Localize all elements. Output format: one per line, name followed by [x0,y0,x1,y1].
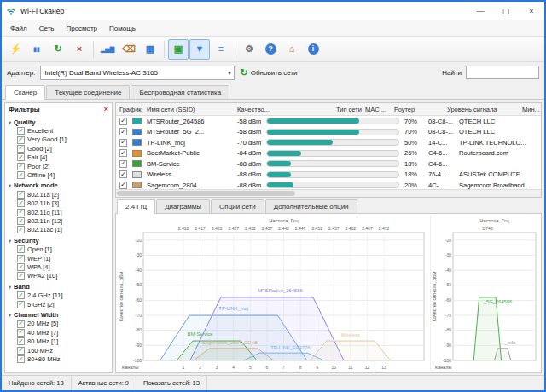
refresh-networks-button[interactable]: ↻ Обновить сети [240,68,297,78]
networks-button[interactable]: ▣ [168,39,189,60]
close-filter-icon[interactable]: × [104,106,108,113]
checkbox-icon[interactable]: ✓ [17,226,25,233]
refresh-button[interactable]: ↻ [48,39,68,60]
delete-button[interactable]: × [69,39,90,60]
scrollbar-thumb[interactable] [117,191,295,196]
adapter-select[interactable]: Intel(R) Dual Band Wireless-AC 3165 ▾ [40,66,235,80]
menu-item-help[interactable]: Помощь [103,23,142,34]
report-button[interactable]: ▦ [140,39,160,60]
checkbox-icon[interactable]: ✓ [17,171,25,179]
checkbox-icon[interactable]: ✓ [17,263,25,271]
filter-item-quality[interactable]: ✓Poor [2] [7,162,110,170]
filter-group-band[interactable]: ▾Band [7,280,110,291]
filter-item-network-mode[interactable]: ✓802.11ac [1] [7,226,110,234]
filter-item-band[interactable]: ✓2.4 GHz [11] [7,291,110,300]
filter-item-quality[interactable]: ✓Good [2] [7,144,110,153]
row-checkbox[interactable]: ✓ [119,149,127,157]
close-button[interactable]: × [519,2,544,20]
chart-tab-additional-options[interactable]: Дополнительные опции [265,199,357,213]
filter-item-channel-width[interactable]: ✓80 MHz [1] [7,337,110,346]
filter-item-quality[interactable]: ✓Fair [4] [7,153,110,162]
checkbox-icon[interactable]: ✓ [17,320,25,328]
row-checkbox[interactable]: ✓ [119,170,127,178]
tab-wireless-statistics[interactable]: Беспроводная статистика [131,85,229,99]
column-header[interactable]: График [119,106,142,113]
row-checkbox[interactable]: ✓ [119,128,127,135]
checkbox-icon[interactable]: ✓ [17,355,25,363]
checkbox-icon[interactable]: ✓ [17,191,25,199]
checkbox-icon[interactable]: ✓ [17,127,25,135]
chart-tab-band-2-4ghz[interactable]: 2.4 Ггц [117,199,155,214]
checkbox-icon[interactable]: ✓ [17,337,25,345]
tab-scanner[interactable]: Сканер [5,85,45,100]
filter-item-network-mode[interactable]: ✓802.11b [3] [7,199,110,208]
checkbox-icon[interactable]: ✓ [17,272,25,280]
chart-tab-network-options[interactable]: Опции сети [211,199,264,213]
checkbox-icon[interactable]: ✓ [17,136,25,144]
table-row[interactable]: ✓Wireless-88 dBm18%76-4...ASUSTek COMPUT… [116,170,541,181]
filter-item-channel-width[interactable]: ✓160 MHz [7,346,110,355]
home-button[interactable]: ⌂ [282,39,302,60]
menu-item-network[interactable]: Сеть [33,23,61,34]
horizontal-scrollbar[interactable] [116,189,541,197]
column-header[interactable]: Тип сети [336,106,362,113]
checkbox-icon[interactable]: ✓ [17,347,25,355]
checkbox-icon[interactable]: ✓ [17,199,25,207]
row-checkbox[interactable]: ✓ [119,118,127,125]
row-checkbox[interactable]: ✓ [119,182,127,189]
minimize-button[interactable]: — [468,2,493,20]
settings-button[interactable]: ⚙ [239,39,259,60]
chart-button[interactable]: ▂▅▇ [97,39,118,60]
filter-button[interactable]: ▼ [189,39,210,60]
maximize-button[interactable]: ▢ [493,2,519,20]
help-button[interactable]: ? [260,39,281,60]
filter-item-security[interactable]: ✓WEP [1] [7,254,110,262]
checkbox-icon[interactable]: ✓ [17,329,25,337]
table-row[interactable]: ✓BM-Service-88 dBm18%C4-6... [116,159,541,170]
menu-item-file[interactable]: Файл [4,23,33,34]
column-header[interactable]: Уровень сигнала [447,106,497,113]
row-checkbox[interactable]: ✓ [119,139,127,147]
checkbox-icon[interactable]: ✓ [17,145,25,153]
search-input[interactable] [466,66,539,79]
filter-item-quality[interactable]: ✓Offline [4] [7,170,110,179]
filter-group-channel-width[interactable]: ▾Channel Width [7,308,110,320]
checkbox-icon[interactable]: ✓ [17,163,25,170]
filter-item-network-mode[interactable]: ✓802.11a [2] [7,190,110,199]
table-row[interactable]: ✓MTSRouter_264586-58 dBm70%08-C8-...QTEC… [116,116,541,127]
filter-item-network-mode[interactable]: ✓802.11g [11] [7,208,110,216]
filter-item-channel-width[interactable]: ✓20 MHz [5] [7,320,110,328]
filter-item-network-mode[interactable]: ✓802.11n [12] [7,216,110,225]
checkbox-icon[interactable]: ✓ [17,209,25,216]
filter-group-security[interactable]: ▾Security [7,234,110,245]
details-button[interactable]: ≡ [211,39,231,60]
filter-group-network-mode[interactable]: ▾Network mode [7,180,110,191]
column-header[interactable]: Качество... [237,106,270,113]
table-row[interactable]: ✓MTSRouter_5G_2...-58 dBm70%08-C8-...QTE… [116,127,541,138]
pause-button[interactable]: ▮▮ [26,39,47,60]
column-header[interactable]: MAC ... [365,106,386,113]
column-header[interactable]: Мин... [522,106,540,113]
checkbox-icon[interactable]: ✓ [17,245,25,253]
filter-item-security[interactable]: ✓WPA2 [10] [7,272,110,280]
filter-item-band[interactable]: ✓5 GHz [2] [7,300,110,308]
row-checkbox[interactable]: ✓ [119,160,127,168]
filter-item-channel-width[interactable]: ✓80+80 MHz [7,355,110,363]
filter-item-channel-width[interactable]: ✓40 MHz [7] [7,328,110,337]
checkbox-icon[interactable]: ✓ [17,255,25,262]
filter-item-quality[interactable]: ✓Very Good [1] [7,135,110,144]
filter-item-security[interactable]: ✓WPA [4] [7,262,110,271]
clean-button[interactable]: ⌫ [119,39,139,60]
table-row[interactable]: ✓TP-LINK_moj-70 dBm50%14-C...TP-LINK TEC… [116,137,541,148]
filter-item-security[interactable]: ✓Open [1] [7,245,110,254]
checkbox-icon[interactable]: ✓ [17,301,25,308]
checkbox-icon[interactable]: ✓ [17,291,25,299]
about-button[interactable]: i [303,39,323,60]
menu-item-view[interactable]: Просмотр [60,23,103,34]
column-header[interactable]: Имя сети (SSID) [147,106,195,113]
filter-item-quality[interactable]: ✓Excellent [7,127,110,135]
tab-current-connection[interactable]: Текущее соединение [46,85,130,99]
checkbox-icon[interactable]: ✓ [17,153,25,161]
filter-group-quality[interactable]: ▾Quality [7,116,110,127]
scan-button[interactable]: ⚡ [5,39,26,60]
